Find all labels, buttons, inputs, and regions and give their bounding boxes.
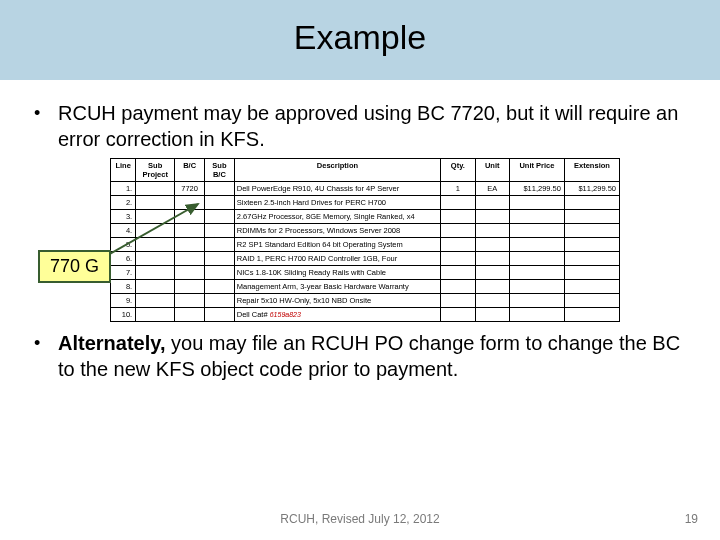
table-cell: 2.67GHz Processor, 8GE Memory, Single Ra… <box>234 210 440 224</box>
table-cell: $11,299.50 <box>509 182 564 196</box>
footer-page-number: 19 <box>685 512 698 526</box>
table-cell <box>175 308 205 322</box>
table-cell: EA <box>475 182 509 196</box>
table-cell: Management Arm, 3-year Basic Hardware Wa… <box>234 280 440 294</box>
bullet-1-text: RCUH payment may be approved using BC 77… <box>58 100 690 152</box>
table-cell <box>441 294 475 308</box>
table-cell: Dell PowerEdge R910, 4U Chassis for 4P S… <box>234 182 440 196</box>
table-cell <box>564 196 619 210</box>
table-cell <box>475 294 509 308</box>
table-cell <box>509 294 564 308</box>
table-cell <box>564 224 619 238</box>
th-sbc: Sub B/C <box>204 159 234 182</box>
table-cell <box>204 308 234 322</box>
table-cell <box>564 210 619 224</box>
table-cell: 10. <box>111 308 136 322</box>
table-cell <box>441 266 475 280</box>
table-cell <box>441 210 475 224</box>
th-ext: Extension <box>564 159 619 182</box>
table-cell <box>475 266 509 280</box>
table-row: 9.Repair 5x10 HW-Only, 5x10 NBD Onsite <box>111 294 620 308</box>
bullet-2-text: Alternately, you may file an RCUH PO cha… <box>58 330 690 382</box>
footer-center: RCUH, Revised July 12, 2012 <box>0 512 720 526</box>
table-cell <box>136 294 175 308</box>
table-cell <box>564 252 619 266</box>
table-cell <box>509 210 564 224</box>
table-cell: R2 SP1 Standard Edition 64 bit Operating… <box>234 238 440 252</box>
table-cell <box>475 308 509 322</box>
slide-title: Example <box>0 18 720 57</box>
table-cell <box>509 280 564 294</box>
table-cell <box>204 280 234 294</box>
table-cell <box>564 280 619 294</box>
th-qty: Qty. <box>441 159 475 182</box>
table-cell <box>441 252 475 266</box>
table-row: 10.Dell Cat# 6159a823 <box>111 308 620 322</box>
table-cell: Repair 5x10 HW-Only, 5x10 NBD Onsite <box>234 294 440 308</box>
th-sub: Sub Project <box>136 159 175 182</box>
table-cell <box>441 224 475 238</box>
table-cell: Sixteen 2.5-inch Hard Drives for PERC H7… <box>234 196 440 210</box>
table-cell <box>564 294 619 308</box>
table-cell <box>441 280 475 294</box>
th-line: Line <box>111 159 136 182</box>
table-cell <box>175 280 205 294</box>
bullet-2: • Alternately, you may file an RCUH PO c… <box>30 330 690 382</box>
table-row: 1.7720Dell PowerEdge R910, 4U Chassis fo… <box>111 182 620 196</box>
bullet-2-bold: Alternately, <box>58 332 165 354</box>
table-cell <box>509 266 564 280</box>
th-up: Unit Price <box>509 159 564 182</box>
table-cell: 1 <box>441 182 475 196</box>
table-cell <box>475 210 509 224</box>
table-cell <box>509 224 564 238</box>
table-cell: RAID 1, PERC H700 RAID Controller 1GB, F… <box>234 252 440 266</box>
table-cell: Dell Cat# 6159a823 <box>234 308 440 322</box>
bullet-marker: • <box>30 100 58 152</box>
table-cell <box>204 294 234 308</box>
table-cell <box>509 308 564 322</box>
table-cell <box>136 280 175 294</box>
table-cell: 1. <box>111 182 136 196</box>
table-cell: 9. <box>111 294 136 308</box>
table-cell <box>204 182 234 196</box>
table-cell <box>441 308 475 322</box>
table-cell: NICs 1.8-10K Sliding Ready Rails with Ca… <box>234 266 440 280</box>
table-cell <box>564 266 619 280</box>
table-cell <box>441 196 475 210</box>
table-cell: 8. <box>111 280 136 294</box>
table-cell <box>564 308 619 322</box>
table-cell <box>509 238 564 252</box>
th-desc: Description <box>234 159 440 182</box>
table-cell: $11,299.50 <box>564 182 619 196</box>
th-unit: Unit <box>475 159 509 182</box>
table-cell <box>475 280 509 294</box>
table-cell: 7720 <box>175 182 205 196</box>
table-cell <box>136 308 175 322</box>
table-cell: RDIMMs for 2 Processors, Windows Server … <box>234 224 440 238</box>
bullet-1: • RCUH payment may be approved using BC … <box>30 100 690 152</box>
th-bc: B/C <box>175 159 205 182</box>
table-cell <box>475 224 509 238</box>
table-cell <box>475 238 509 252</box>
table-header-row: Line Sub Project B/C Sub B/C Description… <box>111 159 620 182</box>
table-cell <box>564 238 619 252</box>
table-cell <box>509 196 564 210</box>
table-cell <box>475 252 509 266</box>
callout-box: 770 G <box>38 250 111 283</box>
table-cell <box>509 252 564 266</box>
bullet-marker: • <box>30 330 58 382</box>
table-cell <box>175 294 205 308</box>
table-cell <box>441 238 475 252</box>
table-cell <box>475 196 509 210</box>
table-cell <box>136 182 175 196</box>
table-row: 8.Management Arm, 3-year Basic Hardware … <box>111 280 620 294</box>
